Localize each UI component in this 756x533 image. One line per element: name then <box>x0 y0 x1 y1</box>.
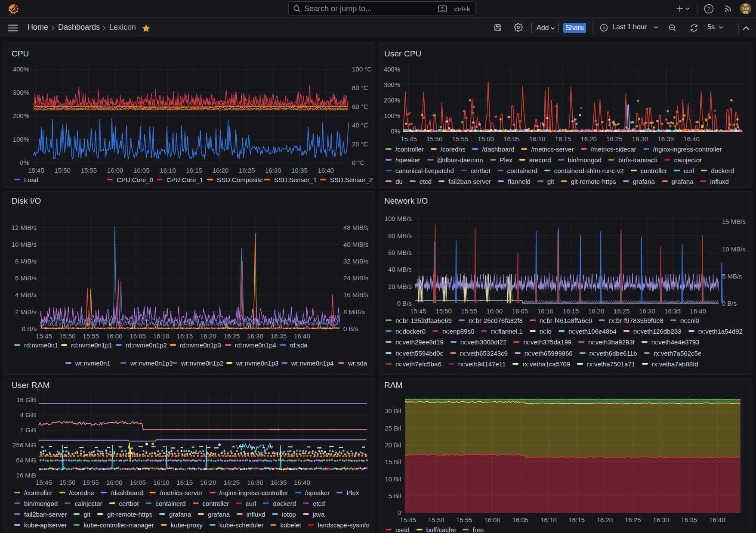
svg-text:15:50: 15:50 <box>426 135 443 143</box>
svg-text:16:30: 16:30 <box>639 307 655 315</box>
svg-text:16:40: 16:40 <box>294 479 310 486</box>
svg-text:16:25: 16:25 <box>614 307 630 315</box>
svg-text:16:00: 16:00 <box>106 332 123 340</box>
svg-text:16:25: 16:25 <box>224 332 240 340</box>
svg-text:16:35: 16:35 <box>658 135 674 143</box>
svg-text:16:25: 16:25 <box>239 167 255 174</box>
svg-text:15:45: 15:45 <box>400 516 416 524</box>
svg-text:300%: 300% <box>384 81 400 88</box>
svg-text:16:00: 16:00 <box>106 479 123 486</box>
svg-text:15:45: 15:45 <box>401 135 417 143</box>
svg-text:16:40: 16:40 <box>683 135 700 143</box>
svg-text:16:15: 16:15 <box>177 332 193 340</box>
svg-text:80 °C: 80 °C <box>352 84 368 91</box>
svg-text:4 GiB: 4 GiB <box>20 411 36 418</box>
svg-text:16:10: 16:10 <box>540 516 557 524</box>
svg-text:16:15: 16:15 <box>555 135 571 143</box>
svg-text:16:10: 16:10 <box>529 135 546 143</box>
svg-text:16:25: 16:25 <box>606 135 623 143</box>
svg-text:0 B/s: 0 B/s <box>343 325 358 332</box>
svg-text:15:50: 15:50 <box>435 307 452 315</box>
svg-text:16:15: 16:15 <box>563 307 579 315</box>
svg-text:6 MiB/s: 6 MiB/s <box>15 274 37 282</box>
svg-text:15 Bil: 15 Bil <box>385 458 401 465</box>
svg-text:16:00: 16:00 <box>478 135 494 143</box>
svg-text:16:35: 16:35 <box>291 167 308 174</box>
svg-text:16:20: 16:20 <box>597 516 613 524</box>
svg-text:16:40: 16:40 <box>690 307 706 315</box>
svg-text:15:55: 15:55 <box>456 516 472 524</box>
svg-text:0 B/s: 0 B/s <box>22 325 37 332</box>
svg-text:400%: 400% <box>13 65 29 73</box>
svg-text:5 MB/s: 5 MB/s <box>722 273 742 280</box>
svg-text:100 °C: 100 °C <box>352 65 372 73</box>
svg-text:100%: 100% <box>13 136 29 143</box>
svg-text:15:50: 15:50 <box>59 332 76 340</box>
svg-text:400%: 400% <box>384 65 400 73</box>
svg-text:15:55: 15:55 <box>83 332 99 340</box>
svg-text:16:05: 16:05 <box>133 167 150 174</box>
svg-text:256 MiB: 256 MiB <box>12 441 36 449</box>
svg-text:0 B/s: 0 B/s <box>397 300 412 307</box>
svg-text:60 °C: 60 °C <box>352 103 368 110</box>
svg-text:0: 0 <box>398 509 401 516</box>
svg-text:16:25: 16:25 <box>224 479 240 486</box>
svg-text:0%: 0% <box>20 159 29 166</box>
svg-text:15:50: 15:50 <box>428 516 444 524</box>
svg-text:20 Bil: 20 Bil <box>385 441 401 449</box>
svg-text:16:30: 16:30 <box>632 135 648 143</box>
svg-text:16 MiB/s: 16 MiB/s <box>343 291 368 298</box>
svg-text:16:15: 16:15 <box>177 479 193 486</box>
svg-text:200%: 200% <box>384 96 400 104</box>
svg-text:24 MiB/s: 24 MiB/s <box>343 274 368 282</box>
svg-text:16:05: 16:05 <box>130 332 146 340</box>
svg-text:100 MB/s: 100 MB/s <box>385 215 412 222</box>
svg-text:80 MB/s: 80 MB/s <box>388 232 412 239</box>
svg-text:16:05: 16:05 <box>130 479 146 486</box>
svg-text:16:30: 16:30 <box>265 167 281 174</box>
svg-text:16:10: 16:10 <box>537 307 554 315</box>
svg-text:16:40: 16:40 <box>318 167 334 174</box>
svg-text:12 MiB/s: 12 MiB/s <box>12 224 37 231</box>
svg-text:15 MB/s: 15 MB/s <box>722 218 746 225</box>
svg-text:16:35: 16:35 <box>271 479 287 486</box>
svg-text:16:10: 16:10 <box>153 332 170 340</box>
svg-text:16:05: 16:05 <box>512 516 529 524</box>
svg-text:16:30: 16:30 <box>247 332 263 340</box>
svg-text:16:10: 16:10 <box>153 479 170 486</box>
svg-text:16:25: 16:25 <box>625 516 641 524</box>
svg-text:40 MB/s: 40 MB/s <box>388 266 412 273</box>
svg-text:16 GiB: 16 GiB <box>16 396 36 403</box>
svg-text:15:55: 15:55 <box>81 167 97 174</box>
svg-text:16:05: 16:05 <box>512 307 528 315</box>
svg-text:100%: 100% <box>384 112 400 119</box>
svg-text:16:40: 16:40 <box>709 516 725 524</box>
svg-text:0%: 0% <box>391 127 400 135</box>
svg-text:40 °C: 40 °C <box>352 121 368 129</box>
svg-text:8 MiB/s: 8 MiB/s <box>343 308 365 316</box>
svg-text:16:35: 16:35 <box>664 307 681 315</box>
svg-text:300%: 300% <box>13 89 29 96</box>
svg-text:16:20: 16:20 <box>580 135 597 143</box>
svg-text:16:30: 16:30 <box>247 479 263 486</box>
svg-text:16:15: 16:15 <box>568 516 585 524</box>
svg-text:64 MiB: 64 MiB <box>16 456 36 464</box>
svg-text:60 MB/s: 60 MB/s <box>388 249 412 256</box>
svg-text:15:55: 15:55 <box>461 307 477 315</box>
svg-text:48 MiB/s: 48 MiB/s <box>343 224 368 231</box>
svg-text:30 Bil: 30 Bil <box>385 407 401 415</box>
svg-text:0 °C: 0 °C <box>352 159 365 166</box>
svg-text:15:45: 15:45 <box>36 332 52 340</box>
svg-text:20 °C: 20 °C <box>352 140 368 148</box>
svg-text:16:00: 16:00 <box>487 307 503 315</box>
svg-text:15:45: 15:45 <box>28 167 44 174</box>
svg-text:15:55: 15:55 <box>83 479 99 486</box>
svg-text:25 Bil: 25 Bil <box>385 425 401 432</box>
svg-text:16:35: 16:35 <box>681 516 697 524</box>
svg-text:10 Bil: 10 Bil <box>385 475 401 483</box>
svg-text:16 MiB: 16 MiB <box>16 471 36 479</box>
svg-text:20 MB/s: 20 MB/s <box>388 283 412 290</box>
svg-text:16:20: 16:20 <box>588 307 605 315</box>
svg-text:16:20: 16:20 <box>200 479 216 486</box>
svg-text:16:30: 16:30 <box>653 516 669 524</box>
